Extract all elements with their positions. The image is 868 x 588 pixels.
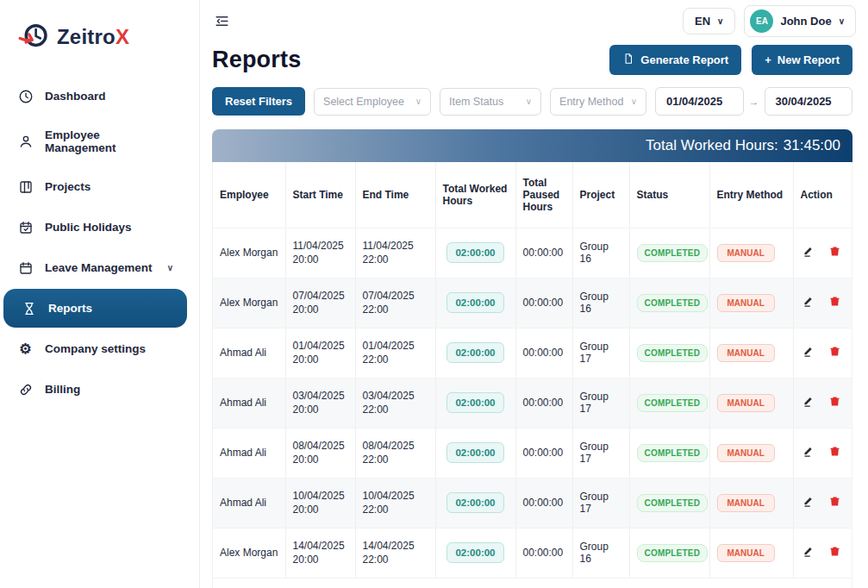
- status-badge: COMPLETED: [637, 394, 709, 412]
- edit-button[interactable]: [801, 493, 817, 512]
- entry-method-badge: MANUAL: [717, 394, 775, 412]
- worked-hours-badge: 02:00:00: [446, 492, 503, 513]
- table-row: Ahmad Ali 03/04/202520:00 03/04/202522:0…: [213, 378, 852, 428]
- sidebar-item-company-settings[interactable]: ⚙ Company settings: [0, 329, 190, 368]
- delete-button[interactable]: [827, 393, 843, 412]
- hourglass-icon: [21, 300, 37, 316]
- entry-method-badge: MANUAL: [717, 444, 775, 462]
- table-row: Ahmad Ali 10/04/202520:00 10/04/202522:0…: [213, 478, 852, 528]
- logo-clock-icon: [16, 17, 52, 57]
- employee-name: Alex Morgan: [220, 297, 278, 309]
- delete-button[interactable]: [827, 293, 843, 312]
- chevron-down-icon: ∨: [717, 16, 723, 26]
- reset-filters-button[interactable]: Reset Filters: [212, 87, 305, 116]
- employee-name: Ahmad Ali: [220, 397, 266, 409]
- table-header-row: Employee Start Time End Time Total Worke…: [213, 162, 852, 228]
- projects-board-icon: [17, 178, 34, 195]
- employee-select[interactable]: Select Employee ∨: [314, 88, 431, 116]
- sidebar-item-public-holidays[interactable]: Public Holidays: [0, 208, 190, 247]
- col-header-employee: Employee: [213, 162, 285, 228]
- chevron-down-icon: ∨: [415, 97, 422, 106]
- delete-button[interactable]: [827, 443, 843, 462]
- employee-name: Ahmad Ali: [220, 347, 266, 359]
- sidebar-item-projects[interactable]: Projects: [0, 167, 190, 206]
- item-status-select[interactable]: Item Status ∨: [440, 88, 541, 116]
- edit-button[interactable]: [801, 243, 817, 262]
- status-badge: COMPLETED: [637, 294, 709, 312]
- dashboard-icon: [17, 88, 34, 104]
- reports-table: Employee Start Time End Time Total Worke…: [213, 162, 852, 579]
- chevron-down-icon: ∨: [167, 263, 173, 272]
- page-header: Reports Generate Report + New Report: [212, 45, 852, 75]
- table-row: Alex Morgan 07/04/202520:00 07/04/202522…: [213, 278, 852, 328]
- employee-name: Alex Morgan: [220, 547, 278, 559]
- date-from-input[interactable]: 01/04/2025: [655, 87, 743, 116]
- col-header-start-time: Start Time: [285, 162, 355, 228]
- entry-method-select[interactable]: Entry Method ∨: [550, 88, 646, 116]
- page-title: Reports: [212, 47, 301, 73]
- edit-button[interactable]: [801, 293, 817, 312]
- col-header-total-worked: Total Worked Hours: [435, 162, 515, 228]
- plus-icon: +: [765, 53, 771, 66]
- delete-button[interactable]: [827, 243, 843, 262]
- new-report-button[interactable]: + New Report: [752, 45, 852, 75]
- col-header-project: Project: [572, 162, 629, 228]
- sidebar-item-leave-management[interactable]: Leave Management ∨: [0, 248, 190, 287]
- total-worked-hours-banner: Total Worked Hours: 31:45:00: [212, 129, 852, 162]
- sidebar-item-reports[interactable]: Reports: [3, 289, 187, 328]
- col-header-end-time: End Time: [355, 162, 435, 228]
- status-badge: COMPLETED: [637, 494, 709, 512]
- person-icon: [17, 134, 34, 150]
- status-badge: COMPLETED: [637, 444, 709, 462]
- app-root: ZeitroX Dashboard Employee Management Pr…: [0, 0, 868, 588]
- calendar-check-icon: [17, 219, 34, 235]
- user-menu[interactable]: EA John Doe ∨: [744, 5, 856, 37]
- filters-bar: Reset Filters Select Employee ∨ Item Sta…: [212, 87, 852, 116]
- worked-hours-badge: 02:00:00: [446, 392, 503, 413]
- edit-button[interactable]: [801, 543, 817, 562]
- delete-button[interactable]: [827, 343, 843, 362]
- col-header-total-paused: Total Paused Hours: [515, 162, 572, 228]
- entry-method-badge: MANUAL: [717, 344, 775, 362]
- sidebar-item-dashboard[interactable]: Dashboard: [0, 77, 190, 116]
- edit-button[interactable]: [801, 443, 817, 462]
- generate-report-button[interactable]: Generate Report: [609, 45, 741, 75]
- worked-hours-badge: 02:00:00: [446, 542, 503, 563]
- delete-button[interactable]: [827, 543, 843, 562]
- table-row: Alex Morgan 11/04/202520:00 11/04/202522…: [213, 228, 852, 278]
- chevron-down-icon: ∨: [526, 97, 532, 106]
- avatar: EA: [750, 9, 773, 33]
- status-badge: COMPLETED: [637, 344, 709, 362]
- reports-table-container: Employee Start Time End Time Total Worke…: [212, 162, 852, 588]
- worked-hours-badge: 02:00:00: [446, 442, 503, 463]
- employee-name: Alex Morgan: [220, 247, 278, 259]
- date-to-input[interactable]: 30/04/2025: [765, 87, 852, 116]
- sidebar-item-employee-management[interactable]: Employee Management: [0, 117, 190, 166]
- entry-method-badge: MANUAL: [717, 544, 775, 562]
- topbar: EN ∨ EA John Doe ∨: [200, 0, 868, 41]
- sidebar-nav: Dashboard Employee Management Projects P…: [0, 76, 199, 410]
- entry-method-badge: MANUAL: [717, 294, 775, 312]
- col-header-status: Status: [629, 162, 709, 228]
- logo-text: ZeitroX: [57, 25, 129, 49]
- employee-name: Ahmad Ali: [220, 447, 266, 459]
- delete-button[interactable]: [827, 493, 843, 512]
- edit-button[interactable]: [801, 343, 817, 362]
- gear-icon: ⚙: [17, 341, 34, 357]
- col-header-action: Action: [793, 162, 852, 228]
- worked-hours-badge: 02:00:00: [446, 342, 503, 363]
- chevron-down-icon: ∨: [631, 97, 637, 106]
- app-logo: ZeitroX: [0, 9, 199, 71]
- document-icon: [622, 53, 634, 67]
- sidebar-item-billing[interactable]: Billing: [0, 370, 190, 409]
- arrow-right-icon: →: [749, 96, 759, 108]
- language-selector[interactable]: EN ∨: [683, 8, 735, 34]
- chevron-down-icon: ∨: [839, 16, 845, 26]
- user-name: John Doe: [780, 15, 831, 28]
- calendar-icon: [17, 260, 34, 276]
- collapse-sidebar-icon[interactable]: [214, 13, 230, 29]
- table-row: Ahmad Ali 08/04/202520:00 08/04/202522:0…: [213, 428, 852, 478]
- entry-method-badge: MANUAL: [717, 244, 775, 262]
- edit-button[interactable]: [801, 393, 817, 412]
- table-row: Alex Morgan 14/04/202520:00 14/04/202522…: [213, 528, 852, 578]
